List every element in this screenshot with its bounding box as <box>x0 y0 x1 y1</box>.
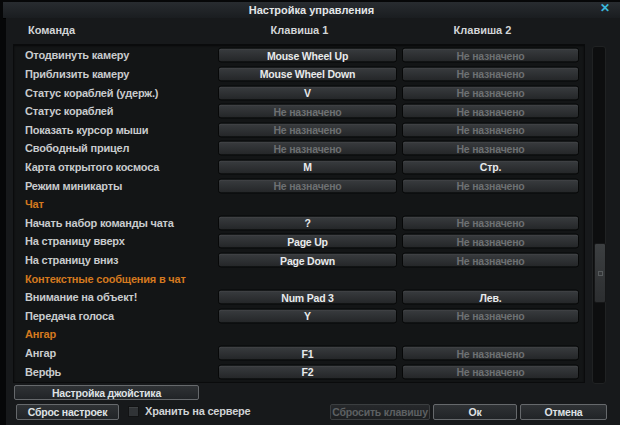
key2-button[interactable]: Не назначено <box>402 122 579 137</box>
key1-button[interactable]: F2 <box>218 364 397 379</box>
table-row: Внимание на объект!Num Pad 3Лев. <box>14 288 584 307</box>
dialog-body: Команда Клавиша 1 Клавиша 2 Отодвинуть к… <box>6 18 620 425</box>
key2-button[interactable]: Не назначено <box>402 104 579 119</box>
command-label: Внимание на объект! <box>25 291 137 303</box>
command-label: Свободный прицел <box>25 142 129 154</box>
section-row: Чат <box>14 195 584 214</box>
key2-button[interactable]: Не назначено <box>402 85 579 100</box>
ok-button[interactable]: Ок <box>433 404 517 420</box>
key2-button[interactable]: Не назначено <box>402 178 579 193</box>
key1-button[interactable]: V <box>218 85 397 100</box>
table-row: Начать набор команды чата?Не назначено <box>14 213 584 232</box>
table-row: АнгарF1Не назначено <box>14 344 584 363</box>
command-label: Верфь <box>25 366 61 378</box>
command-label: Ангар <box>25 347 56 359</box>
table-row: На страницу внизPage DownНе назначено <box>14 251 584 270</box>
dialog-title: Настройка управления <box>249 4 374 16</box>
reset-settings-button[interactable]: Сброс настроек <box>16 404 119 420</box>
store-on-server-checkbox[interactable] <box>128 406 139 417</box>
keybinding-list: Отодвинуть камеруMouse Wheel UpНе назнач… <box>13 44 585 383</box>
key2-button[interactable]: Стр. <box>402 159 579 174</box>
key2-button[interactable]: Не назначено <box>402 215 579 230</box>
section-label: Чат <box>25 198 44 210</box>
table-row: ВерфьF2Не назначено <box>14 362 584 381</box>
command-label: Отодвинуть камеру <box>25 49 129 61</box>
table-row: Карта открытого космосаMСтр. <box>14 158 584 177</box>
table-row: Отодвинуть камеруMouse Wheel UpНе назнач… <box>14 46 584 65</box>
close-icon[interactable]: ✕ <box>598 1 612 15</box>
cancel-button[interactable]: Отмена <box>520 404 607 420</box>
section-row: Ангар <box>14 325 584 344</box>
table-row: Статус кораблей (удерж.)VНе назначено <box>14 83 584 102</box>
section-row: Контекстные сообщения в чат <box>14 269 584 288</box>
command-label: Передача голоса <box>25 310 114 322</box>
command-label: Режим миникарты <box>25 180 122 192</box>
column-header-key1: Клавиша 1 <box>210 24 389 36</box>
dialog-titlebar: Настройка управления <box>3 2 620 19</box>
column-header-command: Команда <box>28 24 75 36</box>
command-label: На страницу вверх <box>25 235 125 247</box>
column-header-key2: Клавиша 2 <box>394 24 571 36</box>
key1-button[interactable]: Не назначено <box>218 122 397 137</box>
key1-button[interactable]: Не назначено <box>218 104 397 119</box>
key1-button[interactable]: F1 <box>218 346 397 361</box>
key2-button[interactable]: Не назначено <box>402 346 579 361</box>
key1-button[interactable]: Не назначено <box>218 178 397 193</box>
key2-button[interactable]: Не назначено <box>402 253 579 268</box>
scrollbar-thumb[interactable] <box>594 243 606 303</box>
command-label: Начать набор команды чата <box>25 217 174 229</box>
key1-button[interactable]: Не назначено <box>218 141 397 156</box>
key1-button[interactable]: Y <box>218 308 397 323</box>
key2-button[interactable]: Не назначено <box>402 364 579 379</box>
command-label: На страницу вниз <box>25 254 118 266</box>
command-label: Статус кораблей (удерж.) <box>25 87 158 99</box>
command-label: Статус кораблей <box>25 105 113 117</box>
section-label: Ангар <box>25 328 56 340</box>
table-row: Показать курсор мышиНе назначеноНе назна… <box>14 120 584 139</box>
key2-button[interactable]: Не назначено <box>402 141 579 156</box>
key1-button[interactable]: Mouse Wheel Down <box>218 66 397 81</box>
keybinding-rows: Отодвинуть камеруMouse Wheel UpНе назнач… <box>14 45 584 382</box>
command-label: Карта открытого космоса <box>25 161 159 173</box>
table-row: Передача голосаYНе назначено <box>14 307 584 326</box>
key2-button[interactable]: Не назначено <box>402 66 579 81</box>
table-row: Свободный прицелНе назначеноНе назначено <box>14 139 584 158</box>
key1-button[interactable]: ? <box>218 215 397 230</box>
table-row: Приблизить камеруMouse Wheel DownНе назн… <box>14 65 584 84</box>
key1-button[interactable]: M <box>218 159 397 174</box>
key1-button[interactable]: Page Down <box>218 253 397 268</box>
key2-button[interactable]: Не назначено <box>402 308 579 323</box>
command-label: Приблизить камеру <box>25 68 129 80</box>
key1-button[interactable]: Mouse Wheel Up <box>218 48 397 63</box>
table-row: Режим миникартыНе назначеноНе назначено <box>14 176 584 195</box>
scrollbar-track[interactable] <box>592 46 606 384</box>
key2-button[interactable]: Не назначено <box>402 48 579 63</box>
scrollbar-grip-icon <box>598 271 603 276</box>
store-on-server-label: Хранить на сервере <box>145 405 251 417</box>
joystick-settings-button[interactable]: Настройка джойстика <box>14 385 199 400</box>
key1-button[interactable]: Num Pad 3 <box>218 290 397 305</box>
command-label: Показать курсор мыши <box>25 124 148 136</box>
key2-button[interactable]: Не назначено <box>402 234 579 249</box>
section-label: Контекстные сообщения в чат <box>25 273 186 285</box>
table-row: Статус кораблейНе назначеноНе назначено <box>14 102 584 121</box>
table-row: На страницу вверхPage UpНе назначено <box>14 232 584 251</box>
key2-button[interactable]: Лев. <box>402 290 579 305</box>
key1-button[interactable]: Page Up <box>218 234 397 249</box>
clear-key-button[interactable]: Сбросить клавишу <box>330 404 430 420</box>
